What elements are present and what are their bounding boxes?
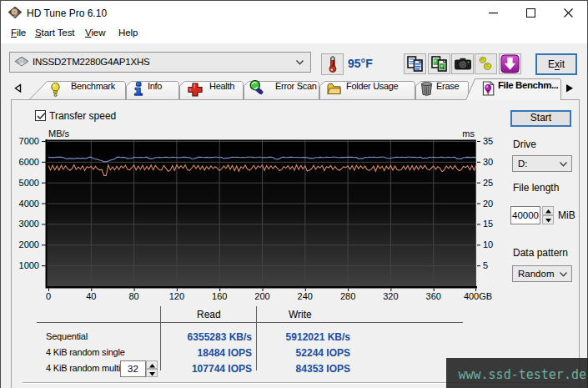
gloves-icon [478, 57, 495, 72]
value-multi-write: 84353 IOPS [250, 363, 350, 375]
multi-queue-input[interactable]: 32 [120, 360, 146, 377]
svg-text:5000: 5000 [19, 178, 39, 188]
exit-button-label: Exit [548, 58, 565, 70]
spin-down-icon [149, 372, 155, 376]
menu-view[interactable]: View [85, 28, 105, 38]
file-length-input[interactable]: 40000 [510, 206, 540, 224]
data-pattern-value: Random [518, 269, 554, 279]
info-icon [133, 82, 143, 96]
svg-text:35: 35 [483, 136, 493, 146]
maximize-button[interactable] [512, 1, 550, 24]
transfer-speed-checkbox[interactable] [35, 110, 46, 121]
value-multi-read: 107744 IOPS [152, 363, 252, 375]
tab-health[interactable]: Health [209, 81, 234, 91]
check-icon [37, 112, 46, 120]
watermark-box: www.ssd-tester.de [446, 358, 588, 388]
column-header-write: Write [289, 309, 312, 320]
file-length-value: 40000 [512, 210, 539, 220]
menu-bar: File Start Test View Help [1, 24, 587, 43]
drive-select-value: INSSD2TM2280G4AP1XHS [33, 57, 149, 67]
drive-label: Drive [513, 139, 536, 150]
scroll-tabs-left-icon[interactable] [16, 85, 21, 93]
svg-text:3000: 3000 [19, 219, 39, 229]
file-length-spin-down[interactable] [542, 215, 554, 224]
benchmark-chart: 1000200030004000500060007000510152025303… [12, 123, 512, 302]
svg-text:30: 30 [483, 157, 493, 167]
copy-text-icon [407, 56, 424, 72]
close-button[interactable] [550, 1, 587, 24]
spin-up-icon [149, 364, 155, 368]
temperature-button[interactable] [321, 53, 344, 75]
tab-folder-usage[interactable]: Folder Usage [346, 81, 398, 91]
row-label-random-multi: 4 KiB random multi [46, 363, 120, 373]
menu-file[interactable]: File [11, 28, 26, 38]
tab-info[interactable]: Info [148, 81, 162, 91]
trash-icon [420, 82, 433, 96]
minimize-icon [489, 13, 498, 14]
svg-text:320: 320 [383, 291, 398, 301]
data-pattern-label: Data pattern [513, 247, 568, 259]
maximize-icon [526, 8, 535, 18]
svg-text:15: 15 [483, 219, 493, 229]
drive-dropdown[interactable]: D: [512, 155, 572, 172]
tab-benchmark[interactable]: Benchmark [71, 81, 115, 91]
row-label-random-single: 4 KiB random single [46, 347, 125, 357]
screenshot-button[interactable] [451, 53, 474, 74]
table-header-line [37, 322, 463, 323]
svg-text:4000: 4000 [19, 199, 39, 209]
download-icon [500, 54, 520, 73]
multi-queue-spin-up[interactable] [146, 360, 158, 369]
multi-queue-spin-down[interactable] [146, 369, 158, 377]
svg-text:80: 80 [128, 291, 138, 301]
scroll-tabs-right-icon[interactable] [566, 84, 573, 93]
thermometer-icon [329, 56, 337, 73]
exit-button[interactable]: Exit [535, 53, 577, 75]
camera-icon [455, 58, 471, 70]
tab-error-scan[interactable]: Error Scan [275, 81, 317, 91]
value-rand-read: 18484 IOPS [152, 347, 252, 359]
svg-text:20: 20 [483, 199, 493, 209]
svg-text:40: 40 [86, 291, 96, 301]
file-length-unit: MiB [558, 209, 575, 221]
value-seq-read: 6355283 KB/s [152, 331, 252, 343]
svg-text:10: 10 [483, 239, 493, 249]
drive-select-dropdown[interactable]: INSSD2TM2280G4AP1XHS [9, 52, 311, 73]
menu-help[interactable]: Help [118, 28, 138, 38]
start-button[interactable]: Start [510, 110, 571, 127]
svg-text:280: 280 [340, 291, 355, 301]
tab-erase[interactable]: Erase [436, 81, 459, 91]
chevron-down-icon [560, 162, 567, 167]
file-length-spin-up[interactable] [542, 206, 554, 215]
menu-start-test[interactable]: Start Test [35, 28, 74, 38]
drive-dropdown-value: D: [518, 159, 528, 169]
svg-text:200: 200 [254, 291, 269, 301]
svg-text:160: 160 [212, 291, 227, 301]
svg-text:6000: 6000 [19, 157, 39, 167]
svg-text:240: 240 [298, 291, 313, 301]
title-bar: HD Tune Pro 6.10 [1, 1, 587, 24]
svg-text:2000: 2000 [19, 239, 39, 249]
copy-image-icon [431, 56, 448, 72]
window-title: HD Tune Pro 6.10 [27, 8, 107, 19]
transfer-speed-label: Transfer speed [49, 110, 116, 122]
minimize-button[interactable] [475, 1, 512, 24]
svg-text:MB/s: MB/s [48, 128, 70, 139]
svg-text:25: 25 [483, 178, 493, 188]
app-icon [8, 7, 22, 19]
gloves-button[interactable] [475, 53, 497, 74]
download-button[interactable] [499, 53, 521, 74]
copy-text-button[interactable] [404, 53, 426, 74]
folder-icon [327, 83, 341, 95]
chevron-down-icon [296, 60, 304, 65]
hard-disk-icon [15, 57, 28, 67]
value-seq-write: 5912021 KB/s [250, 331, 350, 343]
multi-queue-value: 32 [128, 364, 138, 374]
spin-up-icon [545, 209, 551, 214]
file-benchmark-icon [482, 81, 495, 96]
tab-file-benchmark[interactable]: File Benchm... [498, 80, 558, 90]
temperature-value: 95°F [348, 57, 373, 70]
copy-image-button[interactable] [428, 53, 450, 74]
tab-bar: Benchmark Info Health Error Scan Folder … [1, 78, 587, 101]
data-pattern-dropdown[interactable]: Random [512, 265, 572, 282]
svg-text:5: 5 [483, 260, 488, 270]
